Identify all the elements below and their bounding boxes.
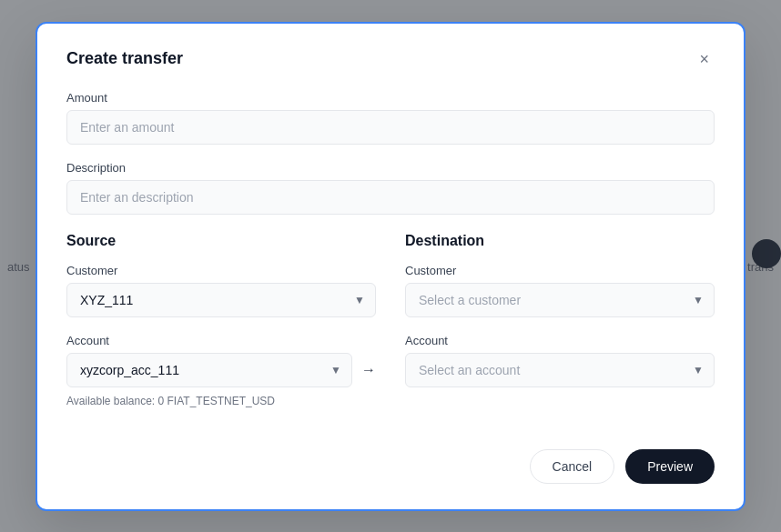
destination-customer-group: Customer Select a customer ▼ [405,264,715,317]
source-title: Source [66,233,376,249]
modal-header: Create transfer × [66,49,715,69]
destination-column: Destination Customer Select a customer ▼… [405,233,715,424]
amount-field-group: Amount [66,91,715,145]
available-balance: Available balance: 0 FIAT_TESTNET_USD [66,395,376,407]
destination-account-group: Account Select an account ▼ [405,334,715,387]
source-account-select[interactable]: xyzcorp_acc_111 [66,353,352,387]
preview-button[interactable]: Preview [625,449,715,484]
destination-account-label: Account [405,334,715,347]
source-account-group: Account xyzcorp_acc_111 ▼ → Available ba… [66,334,376,407]
modal-dialog: Create transfer × Amount Description Sou… [36,22,746,511]
destination-customer-label: Customer [405,264,715,277]
source-customer-select[interactable]: XYZ_111 [66,283,376,317]
modal-footer: Cancel Preview [66,449,715,484]
close-button[interactable]: × [694,49,715,69]
source-account-label: Account [66,334,376,347]
destination-account-select[interactable]: Select an account [405,353,715,387]
source-customer-label: Customer [66,264,376,277]
destination-customer-select[interactable]: Select a customer [405,283,715,317]
modal-title: Create transfer [66,49,183,68]
destination-title: Destination [405,233,715,249]
modal-backdrop: Create transfer × Amount Description Sou… [0,0,781,532]
source-destination-columns: Source Customer XYZ_111 ▼ Account xyzcor… [66,233,715,424]
description-input[interactable] [66,180,715,215]
cancel-button[interactable]: Cancel [530,449,615,484]
amount-label: Amount [66,91,715,105]
source-account-select-wrapper: xyzcorp_acc_111 ▼ [66,353,352,387]
description-field-group: Description [66,161,715,215]
transfer-arrow-icon: → [361,362,376,378]
source-customer-select-wrapper: XYZ_111 ▼ [66,283,376,317]
amount-input[interactable] [66,110,715,145]
source-column: Source Customer XYZ_111 ▼ Account xyzcor… [66,233,376,424]
description-label: Description [66,161,715,175]
destination-customer-select-wrapper: Select a customer ▼ [405,283,715,317]
destination-account-select-wrapper: Select an account ▼ [405,353,715,387]
source-customer-group: Customer XYZ_111 ▼ [66,264,376,317]
source-account-row: xyzcorp_acc_111 ▼ → [66,353,376,387]
